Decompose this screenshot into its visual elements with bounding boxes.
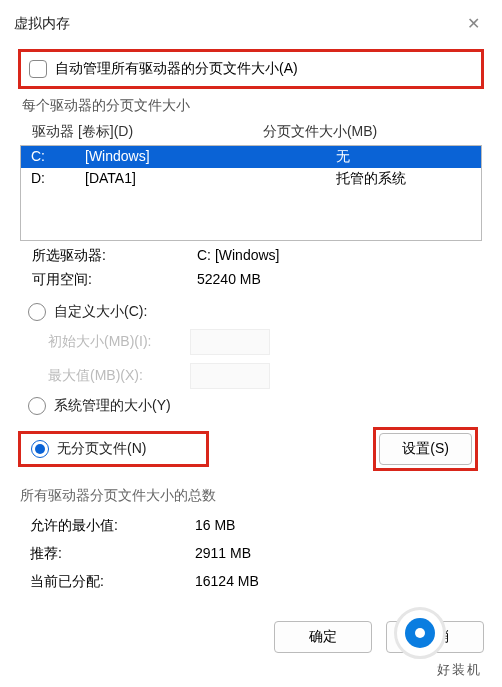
initial-size-label: 初始大小(MB)(I): xyxy=(48,333,178,351)
selected-drive-value: C: [Windows] xyxy=(197,247,474,265)
totals-section-label: 所有驱动器分页文件大小的总数 xyxy=(20,487,484,505)
each-drive-label: 每个驱动器的分页文件大小 xyxy=(22,97,484,115)
auto-manage-label: 自动管理所有驱动器的分页文件大小(A) xyxy=(55,60,298,78)
auto-manage-row[interactable]: 自动管理所有驱动器的分页文件大小(A) xyxy=(18,49,484,89)
brand-logo-icon xyxy=(394,607,446,659)
drive-list[interactable]: C: [Windows] 无 D: [DATA1] 托管的系统 xyxy=(20,145,482,241)
radio-icon[interactable] xyxy=(28,303,46,321)
no-paging-radio[interactable]: 无分页文件(N) xyxy=(18,431,209,467)
cur-value: 16124 MB xyxy=(195,573,474,591)
initial-size-input xyxy=(190,329,270,355)
system-managed-radio[interactable]: 系统管理的大小(Y) xyxy=(18,393,484,419)
col-drive: 驱动器 [卷标](D) xyxy=(32,123,263,141)
max-size-input xyxy=(190,363,270,389)
max-size-label: 最大值(MB)(X): xyxy=(48,367,178,385)
list-item[interactable]: C: [Windows] 无 xyxy=(21,146,481,168)
brand-text: 好装机 xyxy=(437,661,482,679)
min-label: 允许的最小值: xyxy=(30,517,195,535)
ok-button[interactable]: 确定 xyxy=(274,621,372,653)
free-space-label: 可用空间: xyxy=(32,271,197,289)
radio-icon[interactable] xyxy=(31,440,49,458)
selected-drive-label: 所选驱动器: xyxy=(32,247,197,265)
auto-manage-checkbox[interactable] xyxy=(29,60,47,78)
min-value: 16 MB xyxy=(195,517,474,535)
dialog-title: 虚拟内存 xyxy=(14,15,70,33)
col-size: 分页文件大小(MB) xyxy=(263,123,476,141)
radio-icon[interactable] xyxy=(28,397,46,415)
custom-size-radio[interactable]: 自定义大小(C): xyxy=(18,299,484,325)
set-button[interactable]: 设置(S) xyxy=(379,433,472,465)
rec-label: 推荐: xyxy=(30,545,195,563)
cur-label: 当前已分配: xyxy=(30,573,195,591)
free-space-value: 52240 MB xyxy=(197,271,474,289)
list-item[interactable]: D: [DATA1] 托管的系统 xyxy=(21,168,481,190)
close-icon[interactable]: ✕ xyxy=(459,10,488,37)
rec-value: 2911 MB xyxy=(195,545,474,563)
